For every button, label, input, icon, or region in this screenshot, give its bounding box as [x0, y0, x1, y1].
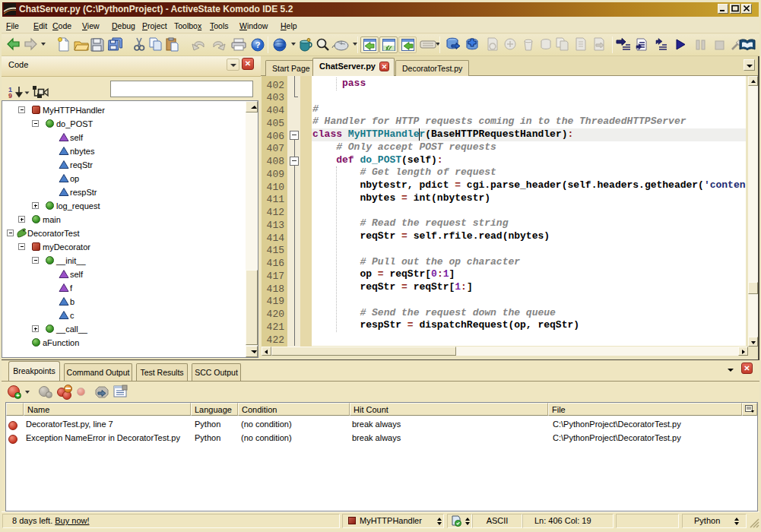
- svg-text:?: ?: [255, 40, 261, 49]
